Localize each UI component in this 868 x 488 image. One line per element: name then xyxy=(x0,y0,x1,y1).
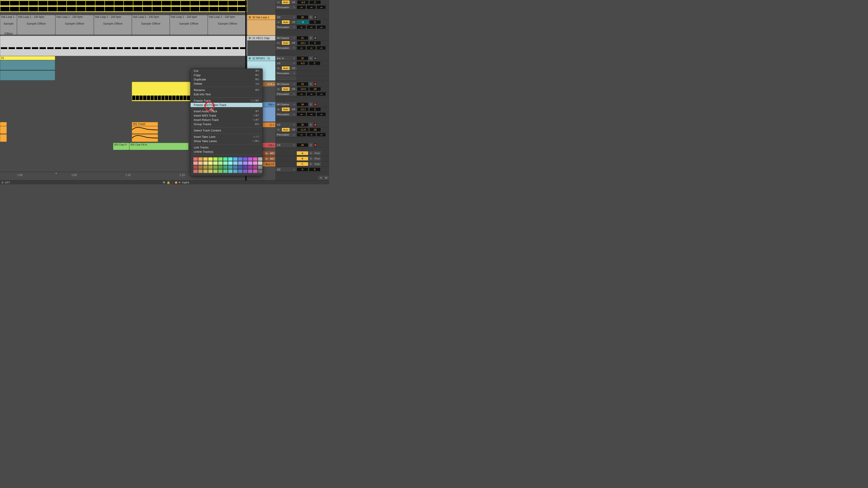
volume-value[interactable]: -10.9 xyxy=(297,87,309,91)
volume-value[interactable]: -10.1 xyxy=(297,41,309,45)
menu-cut[interactable]: Cut⌘X xyxy=(191,69,262,73)
send-value[interactable]: -∞ xyxy=(297,112,306,116)
midi-clip[interactable] xyxy=(0,0,247,12)
solo-button[interactable]: S xyxy=(309,123,313,127)
monitor-auto-button[interactable]: Auto xyxy=(282,87,290,91)
io-dropdown[interactable]: 1/2▼ xyxy=(276,167,296,171)
send-value[interactable]: -∞ xyxy=(297,25,306,29)
w-button[interactable]: W xyxy=(324,176,329,180)
device-name[interactable]: FabFil xyxy=(182,181,189,184)
color-swatch[interactable] xyxy=(243,169,248,173)
record-arm-button[interactable] xyxy=(313,102,317,106)
io-dropdown[interactable]: All Channe▼ xyxy=(276,36,296,40)
color-swatch[interactable] xyxy=(223,157,228,161)
track-body[interactable] xyxy=(247,20,275,35)
clip-clap-fillin[interactable]: 003 Clap Fi xyxy=(113,143,129,150)
send-value[interactable]: -∞ xyxy=(297,133,306,137)
record-arm-button[interactable] xyxy=(313,36,317,40)
track-number[interactable]: 33 xyxy=(297,82,308,86)
color-swatch[interactable] xyxy=(193,169,198,173)
pan-value[interactable]: C xyxy=(309,20,321,24)
color-swatch[interactable] xyxy=(198,157,203,161)
device-name[interactable]: OTT xyxy=(5,181,10,184)
solo-button[interactable]: S xyxy=(309,82,313,86)
solo-button[interactable]: S xyxy=(309,56,313,60)
track-number[interactable]: 31 xyxy=(297,36,308,40)
volume-value[interactable]: 0 xyxy=(297,20,309,24)
color-swatch[interactable] xyxy=(258,165,262,169)
io-dropdown[interactable]: Ext. In▼ xyxy=(276,56,296,60)
monitor-in-button[interactable]: In xyxy=(276,66,281,70)
volume-value[interactable]: -11.8 xyxy=(297,128,309,132)
track-number[interactable]: 34 xyxy=(297,102,308,106)
device-enable-icon[interactable] xyxy=(1,182,4,184)
menu-link-tracks[interactable]: Link Tracks xyxy=(191,145,262,150)
h-button[interactable]: H xyxy=(318,176,323,180)
clip-crash-header[interactable]: 001 Crash xyxy=(132,122,158,126)
category-dropdown[interactable]: Percussion▼ xyxy=(276,92,296,96)
monitor-off-button[interactable]: Off xyxy=(290,41,297,45)
menu-rename[interactable]: Rename⌘R xyxy=(191,88,262,92)
color-swatch[interactable] xyxy=(253,161,257,165)
solo-button[interactable]: S xyxy=(309,162,313,166)
pan-value[interactable]: C xyxy=(309,0,321,4)
color-swatch[interactable] xyxy=(218,161,223,165)
color-swatch[interactable] xyxy=(248,161,252,165)
audio-region[interactable] xyxy=(132,134,158,142)
color-swatch[interactable] xyxy=(253,165,257,169)
color-swatch[interactable] xyxy=(213,161,218,165)
color-swatch[interactable] xyxy=(203,165,208,169)
color-swatch[interactable] xyxy=(223,169,228,173)
clip-01[interactable]: 01 xyxy=(0,56,55,60)
category-dropdown[interactable]: Percussion▼ xyxy=(276,133,296,137)
pan-value[interactable]: C xyxy=(309,107,321,111)
volume-value[interactable]: -4.0 xyxy=(297,0,309,4)
monitor-auto-button[interactable]: Auto xyxy=(282,107,290,111)
send-value[interactable]: -∞ xyxy=(307,46,316,50)
monitor-in-button[interactable]: In xyxy=(276,107,281,111)
color-swatch[interactable] xyxy=(243,165,248,169)
color-swatch[interactable] xyxy=(238,169,243,173)
send-label[interactable]: B xyxy=(297,157,308,161)
monitor-off-button[interactable]: Off xyxy=(290,20,297,24)
color-swatch[interactable] xyxy=(203,161,208,165)
record-arm-button[interactable] xyxy=(313,123,317,127)
menu-copy[interactable]: Copy⌘C xyxy=(191,73,262,77)
clip-crash-header[interactable] xyxy=(0,122,7,126)
monitor-auto-button[interactable]: Auto xyxy=(282,66,290,70)
monitor-in-button[interactable]: In xyxy=(276,20,281,24)
audio-region[interactable] xyxy=(0,126,7,134)
color-swatch[interactable] xyxy=(233,161,238,165)
volume-value[interactable]: -13.1 xyxy=(297,107,309,111)
clip-clap-fillin[interactable]: 003 Clap Fill-In xyxy=(129,143,188,150)
color-swatch[interactable] xyxy=(203,169,208,173)
record-arm-button[interactable] xyxy=(313,15,317,19)
color-swatch[interactable] xyxy=(258,161,262,165)
send-value[interactable]: -∞ xyxy=(316,5,326,9)
monitor-off-button[interactable]: Off xyxy=(290,87,297,91)
color-swatch[interactable] xyxy=(228,165,232,169)
record-arm-button[interactable] xyxy=(313,56,317,60)
solo-button[interactable]: S xyxy=(309,36,313,40)
record-arm-button[interactable] xyxy=(313,82,317,86)
value[interactable]: 0 xyxy=(309,167,320,171)
clip-hat-loop[interactable]: Hat Loop 1 - 140 bpm Sample Offline xyxy=(170,15,208,35)
monitor-in-button[interactable]: In xyxy=(276,41,281,45)
color-swatch[interactable] xyxy=(258,169,262,173)
send-value[interactable]: -∞ xyxy=(316,112,326,116)
pan-value[interactable]: C xyxy=(309,61,320,65)
send-value[interactable]: -∞ xyxy=(316,46,326,50)
color-swatch[interactable] xyxy=(218,157,223,161)
color-swatch[interactable] xyxy=(233,165,238,169)
freeze-icon[interactable]: ❄ xyxy=(163,181,165,184)
monitor-auto-button[interactable]: Auto xyxy=(282,20,290,24)
send-value[interactable]: -∞ xyxy=(297,5,306,9)
color-swatch[interactable] xyxy=(208,157,213,161)
color-swatch[interactable] xyxy=(223,161,228,165)
track-number[interactable]: 35 xyxy=(297,123,308,127)
lock-icon[interactable]: 🔒 xyxy=(166,181,170,184)
color-swatch[interactable] xyxy=(223,165,228,169)
pan-value[interactable]: 1R xyxy=(309,128,321,132)
category-dropdown[interactable]: Percussion▼ xyxy=(276,46,296,50)
send-label[interactable]: C xyxy=(297,162,308,166)
